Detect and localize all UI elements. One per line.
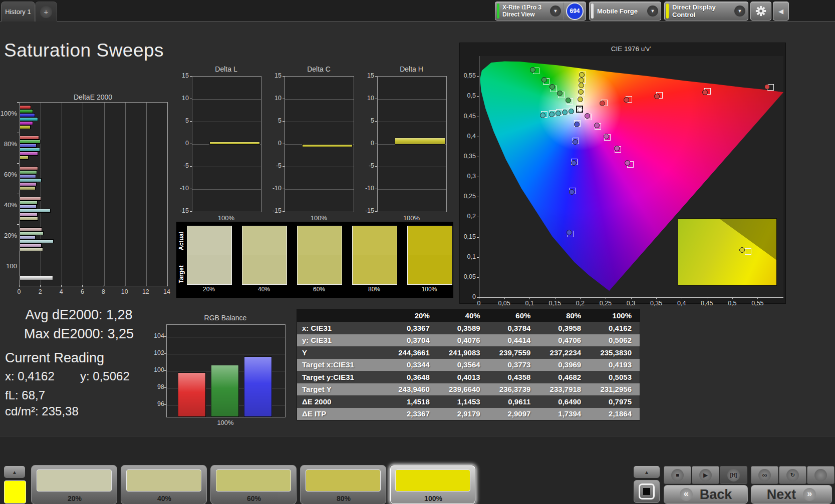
chevron-down-icon: ▼ bbox=[647, 6, 658, 17]
gear-icon bbox=[755, 6, 766, 17]
current-reading-label: Current Reading bbox=[5, 350, 104, 366]
x-tick-label: 0 bbox=[9, 288, 29, 295]
display-control-dropdown[interactable]: Direct Display Control ▼ bbox=[664, 2, 748, 21]
row-label: Target y:CIE31 bbox=[297, 373, 387, 381]
next-button[interactable]: Next » bbox=[751, 485, 832, 504]
history-tab[interactable]: History 1 bbox=[1, 2, 35, 22]
y-tick bbox=[477, 277, 479, 278]
cie-measured-point-red bbox=[654, 94, 660, 99]
table-header-cell: 80% bbox=[538, 311, 589, 320]
patch-button-label: 20% bbox=[32, 494, 118, 502]
x-tick bbox=[504, 297, 505, 299]
x-tick-label: 0,4 bbox=[672, 300, 692, 307]
meter-reading-badge[interactable]: 694 bbox=[566, 3, 584, 20]
expand-transport-panel-button[interactable]: ▲ bbox=[634, 466, 660, 478]
deltae-bar bbox=[20, 276, 53, 280]
source-dropdown[interactable]: Mobile Forge ▼ bbox=[589, 2, 661, 21]
y-tick-label: -10 bbox=[359, 185, 374, 192]
patch-button-100%[interactable]: 100% bbox=[390, 465, 476, 504]
y-tick-label: -10 bbox=[266, 185, 282, 192]
patch-button-80%[interactable]: 80% bbox=[300, 465, 386, 504]
gridline bbox=[192, 167, 261, 167]
y-tick bbox=[283, 121, 285, 122]
meter-mode: Direct View bbox=[502, 11, 547, 18]
deltae-bar bbox=[20, 121, 33, 125]
collapse-panel-button[interactable]: ◀ bbox=[773, 2, 789, 21]
table-row: Target x:CIE310,33440,35640,37730,39690,… bbox=[297, 359, 640, 371]
repeat-button[interactable]: ↻ bbox=[779, 466, 806, 484]
x-tick-label: 8 bbox=[94, 288, 114, 295]
current-x: x: 0,4162 bbox=[5, 369, 55, 383]
table-cell: 236,3739 bbox=[488, 385, 539, 393]
patch-button-40%[interactable]: 40% bbox=[121, 465, 207, 504]
arrow-up-icon: ▲ bbox=[12, 469, 17, 475]
table-cell: 0,3564 bbox=[438, 360, 488, 369]
top-bar: History 1 + X-Rite i1Pro 3 Direct View ▼… bbox=[0, 0, 835, 22]
loop-button[interactable]: ∞ bbox=[751, 466, 778, 484]
y-tick bbox=[477, 96, 479, 97]
y-tick-label: 0,1 bbox=[460, 253, 476, 260]
cie-measured-point-blue bbox=[573, 139, 578, 145]
stop-button[interactable]: ■ bbox=[664, 466, 691, 484]
history-tab-label: History 1 bbox=[5, 8, 31, 16]
table-row: x: CIE310,33670,35890,37840,39580,4162 bbox=[297, 322, 640, 334]
table-cell: 1,7394 bbox=[538, 409, 589, 418]
y-tick-label: 0,55 bbox=[460, 72, 476, 79]
display-control-name: Direct Display Control bbox=[669, 4, 732, 19]
table-cell: 0,7975 bbox=[589, 397, 640, 406]
y-tick-label: 0,35 bbox=[460, 153, 476, 160]
cie-diagram-title: CIE 1976 u'v' bbox=[479, 45, 783, 53]
y-tick bbox=[477, 197, 479, 197]
gridline bbox=[192, 99, 261, 100]
y-tick bbox=[17, 163, 19, 164]
y-tick bbox=[375, 99, 377, 99]
y-tick-label: -10 bbox=[174, 185, 189, 192]
y-tick bbox=[477, 76, 479, 77]
play-button[interactable]: ▶ bbox=[692, 466, 719, 484]
delta-l-plot-area bbox=[192, 76, 261, 212]
deltae-bar bbox=[20, 166, 38, 170]
meter-dropdown[interactable]: X-Rite i1Pro 3 Direct View ▼ 694 bbox=[495, 2, 586, 21]
y-tick bbox=[477, 117, 479, 117]
y-tick-label: 102 bbox=[150, 349, 164, 356]
y-tick-label: 0,3 bbox=[460, 173, 476, 180]
table-header-cell: 60% bbox=[488, 311, 539, 320]
x-tick bbox=[82, 285, 83, 287]
y-tick bbox=[283, 166, 285, 167]
chevron-down-icon: ▼ bbox=[550, 6, 561, 17]
y-tick bbox=[17, 255, 19, 255]
deltae2000-chart-title: DeltaE 2000 bbox=[19, 93, 167, 101]
pattern-hold-button[interactable]: [H] bbox=[720, 466, 747, 484]
settings-button[interactable] bbox=[750, 2, 771, 21]
patch-button-60%[interactable]: 60% bbox=[210, 465, 297, 504]
record-button[interactable] bbox=[807, 466, 834, 484]
x-tick-label: 0,55 bbox=[747, 300, 767, 307]
y-tick-label: -15 bbox=[359, 207, 374, 214]
expand-patch-panel-button[interactable]: ▲ bbox=[4, 466, 25, 478]
stop-square-icon bbox=[639, 483, 655, 499]
y-tick bbox=[190, 189, 192, 189]
actual-target-swatch-panel: Actual Target 20%40%60%80%100% bbox=[176, 222, 453, 298]
x-tick bbox=[61, 285, 62, 287]
table-cell: 0,6490 bbox=[538, 397, 589, 406]
y-tick-label: 0,5 bbox=[460, 92, 476, 99]
y-tick-label: 5 bbox=[266, 117, 282, 124]
y-tick bbox=[190, 121, 192, 122]
y-tick bbox=[190, 76, 192, 77]
swatch-label: 40% bbox=[239, 286, 289, 293]
back-button[interactable]: « Back bbox=[664, 485, 748, 504]
rgb-balance-title: RGB Balance bbox=[166, 314, 285, 322]
y-tick-label: -15 bbox=[266, 207, 282, 214]
gridline bbox=[192, 122, 261, 122]
y-tick-label: 15 bbox=[266, 72, 282, 79]
inset-measured-point bbox=[739, 247, 745, 253]
patch-button-20%[interactable]: 20% bbox=[31, 465, 117, 504]
add-tab-button[interactable]: + bbox=[35, 2, 57, 22]
stop-pattern-button[interactable] bbox=[634, 480, 660, 503]
deltae-bar bbox=[20, 213, 38, 217]
deltae-bar bbox=[20, 235, 36, 239]
y-tick bbox=[17, 133, 19, 133]
cie-measured-point-yellow bbox=[579, 83, 584, 88]
deltae-bar bbox=[20, 201, 38, 205]
patch-button-label: 60% bbox=[211, 494, 297, 502]
